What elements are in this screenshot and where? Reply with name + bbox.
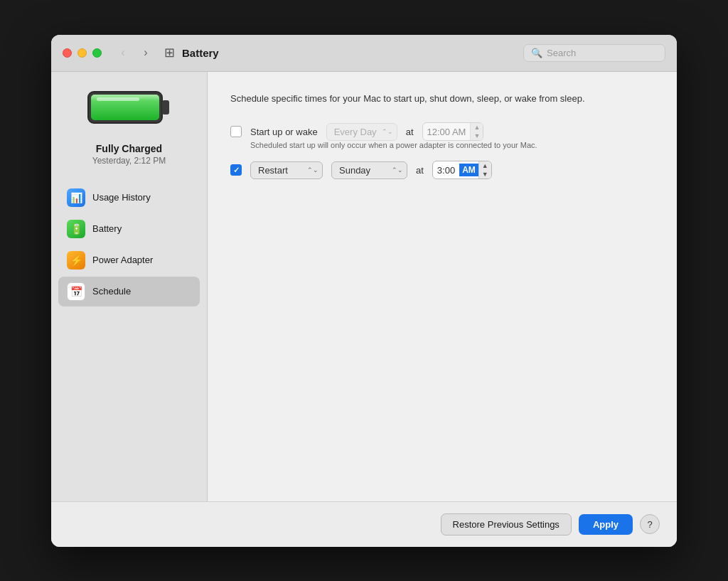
restart-at-label: at [416,165,424,176]
panel-description: Schedule specific times for your Mac to … [230,92,654,106]
maximize-button[interactable] [92,48,102,58]
panel: Schedule specific times for your Mac to … [208,72,677,501]
sidebar-item-power-adapter[interactable]: ⚡ Power Adapter [58,245,200,275]
search-box: 🔍 [523,44,665,62]
sidebar-item-schedule[interactable]: 📅 Schedule [58,277,200,307]
startup-at-label: at [406,127,414,137]
power-adapter-icon: ⚡ [67,251,85,270]
battery-status-text: Fully Charged [92,143,166,154]
startup-row-controls: Start up or wake Every Day Weekdays Week… [230,122,654,141]
restart-action-wrapper: Restart Sleep Shut Down Wake [250,161,323,179]
restart-row: Restart Sleep Shut Down Wake Sunday Mond… [230,161,654,179]
sidebar: Fully Charged Yesterday, 2:12 PM 📊 Usage… [51,72,208,501]
search-icon: 🔍 [531,48,542,58]
startup-time-display: 12:00 AM [423,124,471,140]
window-title: Battery [182,47,523,59]
battery-icon-nav: 🔋 [67,220,85,238]
restart-time-down[interactable]: ▼ [482,170,488,178]
restart-time-wrapper: 3:00 AM ▲ ▼ [432,161,492,179]
restart-checkbox[interactable] [230,164,242,176]
battery-time: Yesterday, 2:12 PM [92,156,166,166]
sidebar-item-usage-history[interactable]: 📊 Usage History [58,183,200,213]
startup-row: Start up or wake Every Day Weekdays Week… [230,122,654,149]
startup-checkbox[interactable] [230,126,242,137]
startup-frequency-select[interactable]: Every Day Weekdays Weekends [326,123,397,141]
search-input[interactable] [547,48,658,58]
back-button[interactable]: ‹ [113,43,133,63]
startup-time-wrapper: 12:00 AM ▲ ▼ [422,122,484,141]
restart-time-ampm: AM [459,164,478,176]
battery-status: Fully Charged Yesterday, 2:12 PM [92,143,166,166]
schedule-icon: 📅 [67,282,85,301]
restore-button[interactable]: Restore Previous Settings [441,513,572,535]
sidebar-nav: 📊 Usage History 🔋 Battery ⚡ Power Adapte… [51,183,207,308]
main-content: Fully Charged Yesterday, 2:12 PM 📊 Usage… [51,72,677,501]
help-button[interactable]: ? [640,514,660,534]
startup-frequency-wrapper: Every Day Weekdays Weekends [326,123,397,141]
restart-day-wrapper: Sunday Monday Tuesday Wednesday Thursday… [331,161,407,179]
restart-action-select[interactable]: Restart Sleep Shut Down Wake [250,161,323,179]
usage-history-label: Usage History [92,192,151,203]
svg-rect-1 [162,100,169,114]
battery-icon [87,86,172,129]
startup-time-up[interactable]: ▲ [473,123,480,132]
battery-label: Battery [92,223,122,234]
sidebar-item-battery[interactable]: 🔋 Battery [58,214,200,244]
usage-history-icon: 📊 [67,188,85,207]
forward-button[interactable]: › [136,43,156,63]
startup-label: Start up or wake [250,127,318,137]
startup-note: Scheduled start up will only occur when … [250,141,654,149]
nav-buttons: ‹ › [113,43,156,63]
main-window: ‹ › ⊞ Battery 🔍 [51,35,677,547]
schedule-section: Start up or wake Every Day Weekdays Week… [230,122,654,179]
restart-day-select[interactable]: Sunday Monday Tuesday Wednesday Thursday… [331,161,407,179]
power-adapter-label: Power Adapter [92,255,153,265]
svg-rect-4 [97,97,139,101]
close-button[interactable] [63,48,72,58]
minimize-button[interactable] [77,48,87,58]
bottom-bar: Restore Previous Settings Apply ? [51,501,677,547]
panel-spacer [230,179,654,481]
traffic-lights [63,48,102,58]
schedule-label: Schedule [92,286,131,297]
restart-time-hour: 3:00 [433,162,459,178]
apply-button[interactable]: Apply [579,514,633,535]
grid-icon[interactable]: ⊞ [164,45,175,60]
restart-time-up[interactable]: ▲ [482,161,488,170]
restart-time-stepper: ▲ ▼ [478,161,491,178]
startup-time-down[interactable]: ▼ [473,132,480,140]
titlebar: ‹ › ⊞ Battery 🔍 [51,35,677,72]
battery-icon-container [87,86,172,132]
startup-time-stepper: ▲ ▼ [470,123,483,140]
